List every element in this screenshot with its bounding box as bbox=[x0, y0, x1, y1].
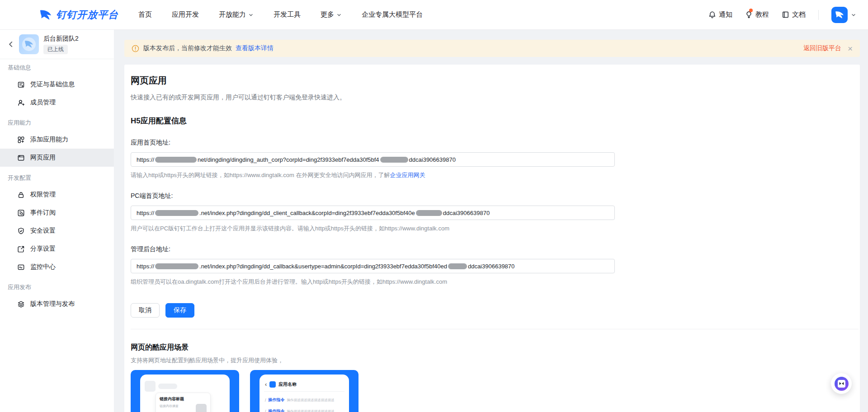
top-navbar: 钉钉开放平台 首页 应用开发 开放能力 开发工具 更多 企业专属大模型平台 通知… bbox=[0, 0, 868, 30]
home-url-input[interactable]: https:// net/dingding/dingding_auth_corp… bbox=[131, 152, 615, 167]
save-button[interactable]: 保存 bbox=[165, 303, 194, 318]
redacted-text bbox=[155, 210, 198, 216]
nav-item-home[interactable]: 首页 bbox=[138, 10, 152, 19]
sidebar-section-dev-config: 开发配置 bbox=[0, 167, 114, 186]
sidebar-item-share-settings[interactable]: 分享设置 bbox=[0, 240, 114, 258]
redacted-text bbox=[416, 210, 442, 216]
app-icon-placeholder bbox=[269, 381, 276, 388]
app-status-badge: 已上线 bbox=[43, 45, 68, 54]
redacted-text bbox=[380, 157, 408, 163]
app-logo bbox=[19, 34, 39, 54]
admin-url-help: 组织管理员可以在oa.dingtalk.com打开这个应用后台并进行管理。输入h… bbox=[131, 278, 854, 286]
return-old-platform-link[interactable]: 返回旧版平台 bbox=[803, 44, 841, 52]
sidebar-section-capability: 应用能力 bbox=[0, 112, 114, 131]
nav-item-open-capability[interactable]: 开放能力 bbox=[219, 10, 254, 19]
cancel-button[interactable]: 取消 bbox=[131, 303, 160, 318]
admin-url-input[interactable]: https:// .net/index.php?dingding/dd_call… bbox=[131, 259, 615, 273]
field-label-admin-url: 管理后台地址: bbox=[131, 245, 854, 253]
page-description: 快速接入已有的或开发网页应用，用户可以通过钉钉客户端免登录快速进入。 bbox=[131, 94, 854, 102]
rss-icon bbox=[17, 209, 25, 217]
lock-icon bbox=[17, 191, 25, 199]
cool-app-section-description: 支持将网页地址配置到酷应用场景中，提升应用使用体验， bbox=[131, 356, 854, 365]
credential-icon bbox=[17, 81, 25, 89]
docs-button[interactable]: 文档 bbox=[782, 10, 806, 19]
sidebar-section-basic-info: 基础信息 bbox=[0, 59, 114, 75]
command-mockup: ‹ 应用名称 / 操作指令 操作描述描述描述描述描述描述 / 操作指令 操作描述… bbox=[259, 375, 349, 412]
mock-link-title: 链接内容标题 bbox=[160, 396, 207, 402]
page-title: 网页应用 bbox=[131, 75, 854, 87]
cool-app-section-title: 网页的酷应用场景 bbox=[131, 343, 854, 352]
app-name: 后台新团队2 bbox=[43, 34, 79, 42]
field-label-home-url: 应用首页地址: bbox=[131, 139, 854, 147]
pc-url-help: 用户可以在PC版钉钉工作台上打开这个应用并显示该链接内容。请输入http或htt… bbox=[131, 225, 854, 233]
dingtalk-wing-icon bbox=[24, 39, 34, 49]
field-label-pc-url: PC端首页地址: bbox=[131, 192, 854, 200]
text-placeholder bbox=[158, 384, 177, 389]
sidebar-item-permissions[interactable]: 权限管理 bbox=[0, 186, 114, 204]
monitor-icon bbox=[17, 263, 25, 271]
version-warning-banner: 版本发布后，当前修改才能生效 查看版本详情 返回旧版平台 × bbox=[124, 40, 860, 57]
chevron-down-icon bbox=[248, 12, 254, 18]
version-icon bbox=[17, 300, 25, 308]
gateway-link[interactable]: 企业应用网关 bbox=[390, 172, 425, 178]
banner-close-icon[interactable]: × bbox=[848, 44, 853, 53]
redacted-text bbox=[448, 263, 467, 269]
chevron-down-icon bbox=[336, 12, 342, 18]
back-chevron-icon: ‹ bbox=[265, 381, 267, 388]
sidebar-item-version-release[interactable]: 版本管理与发布 bbox=[0, 295, 114, 313]
sidebar-item-members[interactable]: 成员管理 bbox=[0, 94, 114, 112]
redacted-text bbox=[155, 157, 197, 163]
sidebar-item-event-subscription[interactable]: 事件订阅 bbox=[0, 204, 114, 222]
sidebar-item-security[interactable]: 安全设置 bbox=[0, 222, 114, 240]
bell-icon bbox=[708, 11, 716, 19]
link-card-mockup: 链接内容标题 链接内容摘要 link bbox=[156, 393, 211, 412]
pc-url-input[interactable]: https:// .net/index.php?dingding/dd_clie… bbox=[131, 206, 615, 220]
notifications-button[interactable]: 通知 bbox=[708, 10, 732, 19]
banner-text: 版本发布后，当前修改才能生效 bbox=[143, 44, 232, 52]
double-arrow-icon bbox=[839, 381, 844, 386]
main-nav: 首页 应用开发 开放能力 开发工具 更多 企业专属大模型平台 bbox=[138, 10, 423, 19]
widget-gradient-ring bbox=[835, 377, 849, 391]
nav-item-app-dev[interactable]: 应用开发 bbox=[172, 10, 199, 19]
sidebar-item-add-capability[interactable]: 添加应用能力 bbox=[0, 131, 114, 149]
user-avatar bbox=[831, 7, 848, 23]
info-icon bbox=[132, 45, 139, 52]
back-chevron-icon[interactable] bbox=[7, 41, 14, 48]
account-menu[interactable] bbox=[831, 7, 856, 23]
webapp-icon bbox=[17, 154, 25, 162]
sidebar-item-credentials[interactable]: 凭证与基础信息 bbox=[0, 75, 114, 94]
chevron-down-icon bbox=[851, 12, 856, 18]
content-card: 网页应用 快速接入已有的或开发网页应用，用户可以通过钉钉客户端免登录快速进入。 … bbox=[124, 65, 860, 412]
feedback-widget-button[interactable] bbox=[831, 373, 852, 394]
notification-dot bbox=[749, 9, 753, 12]
dingtalk-wing-icon bbox=[39, 8, 52, 22]
divider bbox=[818, 10, 819, 20]
sidebar-item-monitor-center[interactable]: 监控中心 bbox=[0, 258, 114, 276]
logo-text: 钉钉开放平台 bbox=[56, 8, 118, 22]
sidebar: 后台新团队2 已上线 基础信息 凭证与基础信息 成员管理 应用能力 添加应用能力… bbox=[0, 30, 114, 412]
nav-item-dev-tools[interactable]: 开发工具 bbox=[274, 10, 301, 19]
cool-scene-card-link[interactable]: 链接内容标题 链接内容摘要 link https:// bbox=[131, 370, 239, 412]
tutorial-button[interactable]: 教程 bbox=[745, 10, 769, 19]
nav-item-more[interactable]: 更多 bbox=[321, 10, 342, 19]
sidebar-item-web-app[interactable]: 网页应用 bbox=[0, 149, 114, 167]
mock-app-name: 应用名称 bbox=[278, 381, 297, 388]
nav-right-tools: 通知 教程 文档 bbox=[708, 7, 856, 23]
chat-mockup: 链接内容标题 链接内容摘要 link https:// bbox=[140, 375, 230, 412]
nav-item-enterprise-llm[interactable]: 企业专属大模型平台 bbox=[362, 10, 423, 19]
avatar-placeholder bbox=[145, 381, 156, 392]
dingtalk-wing-icon bbox=[835, 10, 844, 20]
divider bbox=[131, 329, 859, 329]
member-icon bbox=[17, 99, 25, 107]
cool-scene-card-command[interactable]: ‹ 应用名称 / 操作指令 操作描述描述描述描述描述描述 / 操作指令 操作描述… bbox=[250, 370, 359, 412]
shield-check-icon bbox=[17, 227, 25, 235]
widget-glyph bbox=[838, 380, 845, 388]
sidebar-app-header: 后台新团队2 已上线 bbox=[0, 30, 114, 59]
share-icon bbox=[17, 245, 25, 253]
add-capability-icon bbox=[17, 136, 25, 144]
dingtalk-logo[interactable]: 钉钉开放平台 bbox=[39, 8, 118, 22]
view-version-details-link[interactable]: 查看版本详情 bbox=[236, 44, 274, 52]
sidebar-section-release: 应用发布 bbox=[0, 276, 114, 295]
redacted-text bbox=[155, 263, 198, 269]
thumbnail-placeholder bbox=[196, 404, 207, 412]
